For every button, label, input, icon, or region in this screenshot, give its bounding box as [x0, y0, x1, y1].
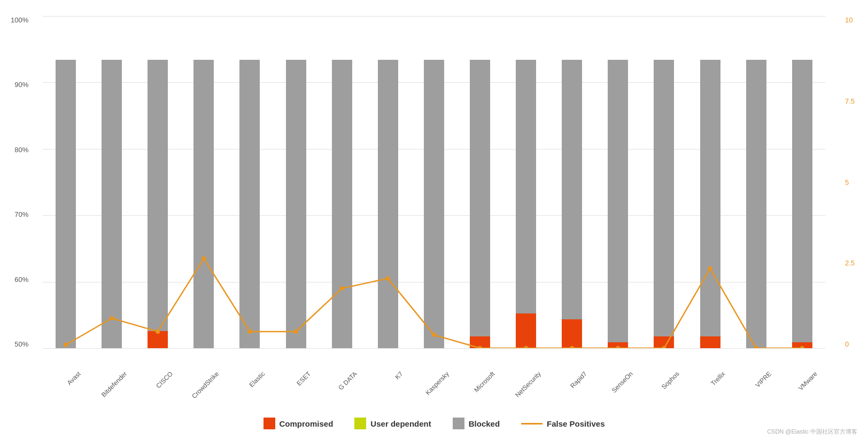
chart-area: 100%90%80%70%60%50% 107.552.50 AvastBitd…	[0, 0, 868, 412]
bar-group: Trellix	[700, 60, 720, 348]
y-label-left: 90%	[11, 81, 28, 89]
x-label: NetSecurity	[514, 370, 542, 399]
bar-segment-blocked	[286, 60, 306, 348]
x-label: VIPRE	[754, 370, 772, 389]
x-label: G DATA	[337, 370, 358, 391]
legend-item-blocked: Blocked	[453, 418, 500, 429]
bar-group: CrowdStrike	[193, 60, 214, 348]
bar-stack	[56, 60, 76, 348]
legend-box-user_dependent	[354, 418, 366, 429]
legend: CompromisedUser dependentBlockedFalse Po…	[0, 412, 868, 440]
bar-group: Microsoft	[470, 60, 490, 348]
y-label-right: 7.5	[845, 97, 855, 105]
legend-label-compromised: Compromised	[280, 419, 334, 428]
legend-box-compromised	[264, 418, 275, 429]
bar-segment-blocked	[608, 60, 628, 342]
y-label-right: 2.5	[845, 259, 855, 267]
legend-item-compromised: Compromised	[264, 418, 334, 429]
x-label: Elastic	[247, 370, 266, 389]
bar-stack	[102, 60, 122, 348]
x-label: Bitdefender	[100, 370, 128, 398]
bar-segment-blocked	[56, 60, 76, 348]
bar-stack	[562, 60, 582, 348]
y-label-left: 70%	[11, 210, 28, 218]
y-label-left: 100%	[11, 16, 28, 24]
bar-stack	[654, 60, 674, 348]
bar-segment-blocked	[700, 60, 720, 336]
bar-segment-blocked	[332, 60, 352, 348]
bar-group: Rapid7	[562, 60, 582, 348]
legend-label-blocked: Blocked	[469, 419, 500, 428]
bar-group: K7	[378, 60, 398, 348]
legend-label-false_positives: False Positives	[547, 419, 604, 428]
bar-segment-compromised	[700, 336, 720, 348]
watermark: CSDN @Elastic 中国社区官方博客	[767, 428, 857, 436]
bar-segment-compromised	[148, 331, 168, 348]
y-axis-left: 100%90%80%70%60%50%	[11, 16, 28, 348]
bar-group: Bitdefender	[102, 60, 122, 348]
y-label-left: 60%	[11, 276, 28, 284]
bar-segment-compromised	[654, 336, 674, 348]
bar-stack	[516, 60, 536, 348]
bar-segment-blocked	[792, 60, 812, 342]
legend-box-blocked	[453, 418, 464, 429]
bar-group: VIPRE	[746, 60, 766, 348]
bar-segment-blocked	[516, 60, 536, 313]
bar-stack	[148, 60, 168, 348]
bar-segment-compromised	[562, 319, 582, 348]
bar-group: G DATA	[332, 60, 352, 348]
x-label: ESET	[295, 370, 312, 387]
bar-group: Kaspersky	[424, 60, 444, 348]
bar-segment-blocked	[378, 60, 398, 348]
bar-segment-blocked	[654, 60, 674, 336]
y-axis-right: 107.552.50	[845, 16, 855, 348]
bars-container: AvastBitdefenderCISCOCrowdStrikeElasticE…	[43, 16, 825, 348]
bar-segment-compromised	[470, 336, 490, 348]
grid-line	[43, 348, 825, 349]
bar-stack	[792, 60, 812, 348]
x-label: CISCO	[154, 370, 174, 390]
bar-segment-blocked	[746, 60, 766, 348]
y-label-left: 80%	[11, 146, 28, 154]
x-label: SenseOn	[610, 370, 634, 394]
x-label: Rapid7	[569, 370, 588, 390]
x-label: Sophos	[660, 370, 681, 391]
bar-group: Sophos	[654, 60, 674, 348]
bar-segment-compromised	[516, 313, 536, 348]
x-label: Kaspersky	[424, 370, 451, 397]
bar-segment-blocked	[148, 60, 168, 331]
bar-group: SenseOn	[608, 60, 628, 348]
y-label-right: 5	[845, 178, 855, 186]
bar-stack	[239, 60, 260, 348]
bar-segment-blocked	[470, 60, 490, 336]
y-label-left: 50%	[11, 340, 28, 348]
legend-item-false_positives: False Positives	[521, 419, 604, 428]
bar-stack	[424, 60, 444, 348]
bar-segment-compromised	[608, 342, 628, 348]
bar-group: Avast	[56, 60, 76, 348]
bar-segment-blocked	[424, 60, 444, 348]
bar-group: ESET	[286, 60, 306, 348]
bar-group: Elastic	[239, 60, 260, 348]
y-label-right: 10	[845, 16, 855, 24]
bar-segment-blocked	[239, 60, 260, 348]
bar-segment-blocked	[193, 60, 214, 348]
x-label: Avast	[66, 370, 82, 387]
bar-segment-compromised	[792, 342, 812, 348]
legend-line-false_positives	[521, 423, 542, 425]
bar-stack	[286, 60, 306, 348]
bar-stack	[378, 60, 398, 348]
x-label: Trellix	[709, 370, 726, 387]
legend-item-user_dependent: User dependent	[354, 418, 431, 429]
bar-group: VMware	[792, 60, 812, 348]
legend-label-user_dependent: User dependent	[370, 419, 431, 428]
bar-segment-blocked	[102, 60, 122, 348]
x-label: VMware	[797, 370, 819, 392]
chart-inner: 100%90%80%70%60%50% 107.552.50 AvastBitd…	[43, 16, 825, 348]
bar-stack	[332, 60, 352, 348]
bar-segment-blocked	[562, 60, 582, 319]
x-label: CrowdStrike	[190, 370, 220, 400]
bar-group: CISCO	[148, 60, 168, 348]
y-label-right: 0	[845, 340, 855, 348]
bar-stack	[608, 60, 628, 348]
